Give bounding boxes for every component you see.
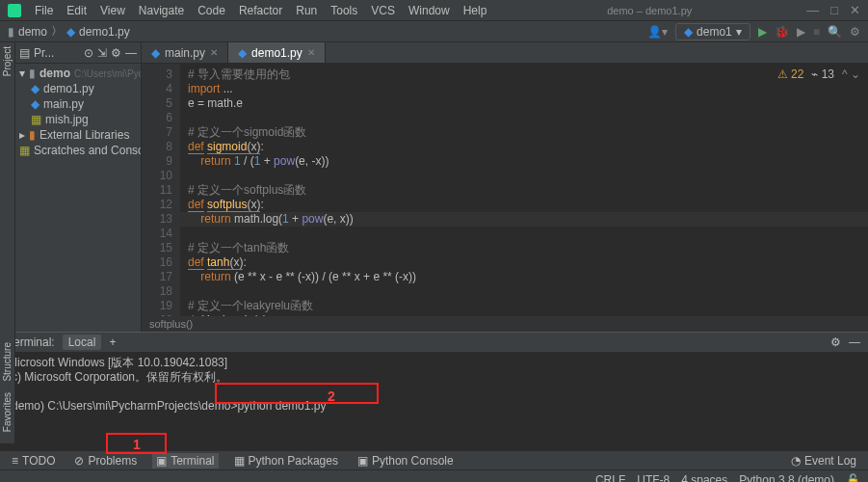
tree-file-label: main.py: [43, 97, 84, 111]
tab-todo[interactable]: ≡TODO: [8, 453, 59, 469]
menu-window[interactable]: Window: [403, 2, 456, 19]
project-tree-body[interactable]: ▾ ▮ demo C:\Users\mi\Pycharm ◆demo1.py ◆…: [15, 64, 141, 160]
tab-label: Terminal: [171, 454, 214, 468]
tool-project[interactable]: Project: [0, 42, 14, 80]
bottom-tool-tabs: ≡TODO ⊘Problems ▣Terminal ▦Python Packag…: [0, 450, 868, 469]
menu-file[interactable]: File: [29, 2, 59, 19]
menu-tools[interactable]: Tools: [325, 2, 363, 19]
tab-event-log[interactable]: ◔Event Log: [787, 453, 860, 469]
close-button[interactable]: ✕: [850, 3, 860, 17]
terminal-body[interactable]: Microsoft Windows [版本 10.0.19042.1083] (…: [0, 352, 868, 450]
menu-help[interactable]: Help: [458, 2, 493, 19]
warnings-count: ⚠ 22: [777, 67, 804, 81]
gear-icon[interactable]: ⚙: [111, 46, 121, 60]
python-file-icon: ◆: [31, 82, 39, 95]
terminal-line: (c) Microsoft Corporation。保留所有权利。: [8, 370, 860, 385]
line-separator[interactable]: CRLF: [595, 473, 625, 483]
tab-label: TODO: [22, 454, 55, 468]
tab-terminal[interactable]: ▣Terminal: [152, 453, 218, 469]
stop-button[interactable]: ■: [813, 25, 820, 39]
new-terminal-button[interactable]: +: [109, 335, 116, 349]
left-tool-strip: Project Structure Favorites: [0, 42, 15, 443]
menu-edit[interactable]: Edit: [61, 2, 92, 19]
tool-favorites[interactable]: Favorites: [0, 388, 14, 436]
terminal-line: [8, 385, 860, 399]
titlebar: File Edit View Navigate Code Refactor Ru…: [0, 0, 868, 21]
debug-button[interactable]: 🐞: [775, 25, 789, 39]
interpreter[interactable]: Python 3.8 (demo): [739, 473, 834, 483]
indent-setting[interactable]: 4 spaces: [681, 473, 727, 483]
project-tree-header: ▤ Pr... ⊙ ⇲ ⚙ —: [15, 42, 141, 64]
tab-problems[interactable]: ⊘Problems: [70, 453, 141, 469]
run-button[interactable]: ▶: [758, 25, 767, 39]
statusbar: CRLF UTF-8 4 spaces Python 3.8 (demo) 🔓: [0, 469, 868, 482]
python-file-icon: ◆: [66, 25, 75, 39]
readonly-lock-icon[interactable]: 🔓: [846, 473, 860, 483]
library-icon: ▮: [29, 128, 36, 142]
python-icon: ◆: [684, 25, 693, 39]
minimize-button[interactable]: —: [806, 3, 819, 17]
tree-item-label: External Libraries: [39, 128, 129, 142]
tool-structure[interactable]: Structure: [0, 338, 14, 386]
tree-root-path: C:\Users\mi\Pycharm: [74, 68, 142, 79]
tree-file-demo1[interactable]: ◆demo1.py: [15, 81, 141, 96]
menu-vcs[interactable]: VCS: [365, 2, 401, 19]
project-tool-window: ▤ Pr... ⊙ ⇲ ⚙ — ▾ ▮ demo C:\Users\mi\Pyc…: [15, 42, 142, 332]
folder-icon: ▮: [8, 25, 14, 39]
weak-warnings-count: ⌁ 13: [811, 67, 834, 81]
project-tree-title-icon: ▤: [19, 46, 30, 60]
editor: ◆ main.py ✕ ◆ demo1.py ✕ ⚠ 22 ⌁ 13 ^ ⌄ 3…: [142, 42, 868, 332]
settings-icon[interactable]: ⚙: [850, 25, 860, 39]
search-icon[interactable]: 🔍: [828, 25, 842, 39]
editor-gutter[interactable]: 3456789101112131415161718192021: [142, 64, 180, 316]
tree-root[interactable]: ▾ ▮ demo C:\Users\mi\Pycharm: [15, 66, 141, 81]
editor-breadcrumb[interactable]: softplus(): [142, 316, 868, 332]
event-log-icon: ◔: [791, 454, 801, 468]
menu-refactor[interactable]: Refactor: [233, 2, 288, 19]
breadcrumb-sep: 〉: [51, 23, 63, 40]
hide-icon[interactable]: —: [125, 46, 137, 60]
tab-label: Python Packages: [249, 454, 338, 468]
code-editor[interactable]: ⚠ 22 ⌁ 13 ^ ⌄ 34567891011121314151617181…: [142, 64, 868, 316]
tree-file-main[interactable]: ◆main.py: [15, 96, 141, 112]
app-logo: [8, 4, 21, 17]
expand-all-icon[interactable]: ⇲: [97, 46, 107, 60]
tree-scratches[interactable]: ▦Scratches and Consoles: [15, 143, 141, 158]
tab-python-console[interactable]: ▣Python Console: [354, 453, 458, 469]
tab-label: Event Log: [804, 454, 856, 468]
menu-run[interactable]: Run: [290, 2, 323, 19]
terminal-tool-window: Terminal: Local + ⚙ — Microsoft Windows …: [0, 332, 868, 450]
close-tab-icon[interactable]: ✕: [210, 47, 218, 58]
terminal-tab-local[interactable]: Local: [63, 335, 102, 350]
breadcrumb-file[interactable]: demo1.py: [79, 25, 130, 39]
terminal-header: Terminal: Local + ⚙ —: [0, 333, 868, 352]
chevron-up-down-icon[interactable]: ^ ⌄: [842, 67, 860, 81]
menu-navigate[interactable]: Navigate: [133, 2, 190, 19]
close-tab-icon[interactable]: ✕: [307, 47, 315, 58]
tab-label: Python Console: [372, 454, 454, 468]
select-opened-file-icon[interactable]: ⊙: [84, 46, 93, 60]
maximize-button[interactable]: □: [830, 3, 838, 17]
breadcrumb-root[interactable]: demo: [18, 25, 47, 39]
tree-file-mish[interactable]: ▦mish.jpg: [15, 112, 141, 127]
terminal-hide-icon[interactable]: —: [849, 335, 860, 349]
editor-content[interactable]: # 导入需要使用的包import ...e = math.e# 定义一个sigm…: [180, 64, 868, 316]
file-encoding[interactable]: UTF-8: [637, 473, 670, 483]
tab-python-packages[interactable]: ▦Python Packages: [230, 453, 342, 469]
tree-external-libraries[interactable]: ▸▮External Libraries: [15, 127, 141, 143]
inspection-widget[interactable]: ⚠ 22 ⌁ 13 ^ ⌄: [777, 67, 860, 81]
window-title: demo – demo1.py: [492, 5, 806, 16]
navigation-bar: ▮ demo 〉 ◆ demo1.py 👤▾ ◆ demo1 ▾ ▶ 🐞 ▶ ■…: [0, 21, 868, 42]
python-file-icon: ◆: [151, 46, 160, 60]
console-icon: ▣: [357, 454, 368, 468]
run-config-selector[interactable]: ◆ demo1 ▾: [675, 23, 750, 40]
run-with-coverage-button[interactable]: ▶: [797, 25, 805, 39]
menu-code[interactable]: Code: [192, 2, 231, 19]
terminal-settings-icon[interactable]: ⚙: [830, 335, 841, 349]
terminal-icon: ▣: [156, 454, 167, 468]
packages-icon: ▦: [234, 454, 245, 468]
menu-view[interactable]: View: [94, 2, 131, 19]
user-icon[interactable]: 👤▾: [647, 25, 668, 39]
editor-tab-main[interactable]: ◆ main.py ✕: [142, 42, 228, 63]
editor-tab-demo1[interactable]: ◆ demo1.py ✕: [228, 42, 326, 63]
